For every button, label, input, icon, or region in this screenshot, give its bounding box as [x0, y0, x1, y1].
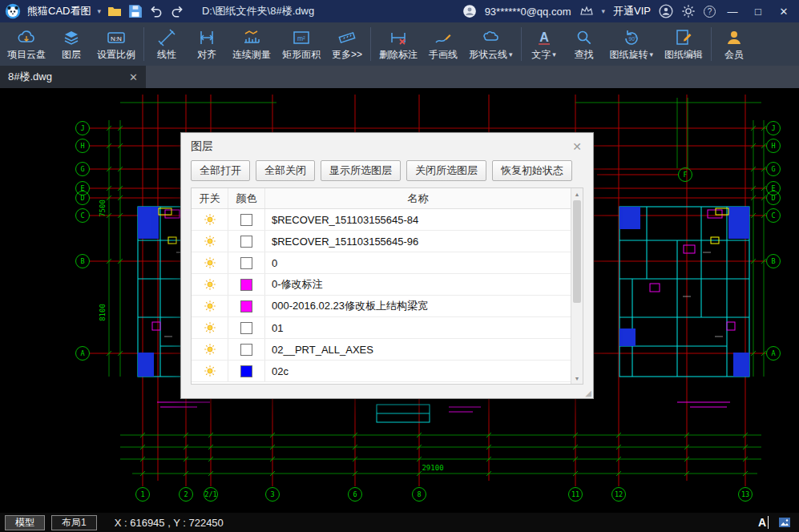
- dialog-close-icon[interactable]: ✕: [571, 140, 583, 153]
- hide-selected-layers-button[interactable]: 关闭所选图层: [406, 160, 486, 181]
- layer-visibility-toggle[interactable]: [192, 231, 228, 252]
- toolbar-button-rotate[interactable]: 90°图纸旋转▾: [604, 23, 660, 65]
- toolbar-button-find[interactable]: 查找: [564, 23, 604, 65]
- show-selected-layers-button[interactable]: 显示所选图层: [321, 160, 401, 181]
- axis-label: A: [771, 349, 775, 357]
- layer-visibility-toggle[interactable]: [192, 339, 228, 360]
- rect-area-icon: m²: [292, 28, 311, 47]
- open-all-layers-button[interactable]: 全部打开: [191, 160, 250, 181]
- layer-visibility-toggle[interactable]: [192, 361, 228, 381]
- layer-color-swatch[interactable]: [228, 317, 265, 338]
- toolbar-button-layers[interactable]: 图层: [51, 23, 91, 65]
- font-tool-icon[interactable]: A: [758, 516, 769, 529]
- layer-color-swatch[interactable]: [228, 274, 265, 295]
- axis-label: H: [771, 142, 775, 150]
- restore-initial-state-button[interactable]: 恢复初始状态: [492, 160, 572, 181]
- layer-visibility-toggle[interactable]: [192, 296, 228, 316]
- toolbar-button-delete-annotation[interactable]: 删除标注: [373, 23, 423, 65]
- model-space-tab[interactable]: 模型: [5, 515, 45, 530]
- layer-color-swatch[interactable]: [228, 209, 265, 230]
- vip-crown-icon[interactable]: [579, 5, 594, 18]
- toolbar-button-label: 会员: [724, 49, 744, 60]
- scrollbar-thumb[interactable]: [573, 200, 581, 303]
- close-button[interactable]: ✕: [775, 6, 793, 18]
- account-email[interactable]: 93******0@qq.com: [485, 6, 571, 18]
- toolbar-button-label: 手画线: [429, 49, 458, 60]
- dialog-resize-grip[interactable]: ◢: [585, 389, 591, 397]
- user-avatar-icon[interactable]: [659, 5, 673, 18]
- settings-gear-icon[interactable]: [681, 5, 696, 18]
- minimize-button[interactable]: —: [724, 6, 741, 18]
- file-path: D:\图纸文件夹\8#楼.dwg: [202, 4, 314, 18]
- toolbar-button-label: 图纸旋转: [610, 49, 648, 60]
- cad-canvas[interactable]: 29100 7500 8100 JHGEDCBAJHGEDCBA122/1368…: [0, 88, 799, 513]
- layer-row[interactable]: 02c: [192, 361, 571, 382]
- toolbar-button-label: 项目云盘: [7, 49, 46, 60]
- svg-text:A: A: [539, 30, 549, 44]
- layer-color-swatch[interactable]: [228, 231, 265, 252]
- toolbar-button-label: 更多>>: [332, 49, 362, 60]
- toolbar-button-more[interactable]: 更多>>: [326, 23, 368, 65]
- axis-label: 1: [140, 490, 144, 498]
- open-file-icon[interactable]: [107, 5, 122, 18]
- toolbar-button-edit[interactable]: 图纸编辑: [659, 23, 708, 65]
- toolbar-button-linear-dim[interactable]: 线性: [147, 23, 187, 65]
- member-icon: [724, 28, 744, 47]
- layer-row[interactable]: 0-修改标注: [192, 274, 571, 296]
- toolbar-button-member[interactable]: 会员: [714, 23, 754, 65]
- layer-table-scrollbar[interactable]: ▲ ▼: [571, 188, 583, 384]
- layer-color-swatch[interactable]: [228, 296, 265, 316]
- help-icon[interactable]: ?: [704, 6, 716, 18]
- redo-icon[interactable]: [170, 5, 184, 18]
- toolbar-button-align-dim[interactable]: 对齐: [187, 23, 227, 65]
- layer-color-swatch[interactable]: [228, 361, 265, 381]
- layer-visibility-toggle[interactable]: [192, 209, 228, 230]
- layer-dialog-header[interactable]: 图层 ✕: [181, 133, 593, 160]
- toolbar-separator: [521, 27, 522, 61]
- maximize-button[interactable]: □: [749, 6, 767, 18]
- toolbar-button-label: 图层: [62, 49, 81, 60]
- layer-color-swatch[interactable]: [228, 339, 265, 360]
- layer-row[interactable]: $RECOVER_151103155645-96: [192, 231, 571, 252]
- layer-table-header: 开关 颜色 名称: [192, 188, 571, 209]
- scroll-down-icon[interactable]: ▼: [571, 373, 583, 384]
- layer-name: 01: [265, 322, 571, 334]
- scroll-up-icon[interactable]: ▲: [571, 188, 583, 200]
- close-all-layers-button[interactable]: 全部关闭: [256, 160, 315, 181]
- chevron-down-icon[interactable]: ▾: [97, 7, 101, 15]
- axis-label: B: [771, 257, 775, 265]
- dialog-title: 图层: [191, 139, 213, 154]
- chevron-down-icon: ▾: [509, 49, 513, 60]
- layer-row[interactable]: 01: [192, 317, 571, 339]
- layer-row[interactable]: 0: [192, 252, 571, 274]
- layer-row[interactable]: 02__PRT_ALL_AXES: [192, 339, 571, 361]
- toolbar-button-text[interactable]: A文字▾: [524, 23, 564, 65]
- toolbar-button-cloud-shape[interactable]: 形状云线▾: [463, 23, 519, 65]
- document-tab[interactable]: 8#楼.dwg ✕: [0, 66, 146, 88]
- left-dimension-label: 7500: [99, 200, 107, 217]
- qq-account-icon[interactable]: [462, 5, 477, 18]
- color-chip: [240, 236, 252, 248]
- layer-visibility-toggle[interactable]: [192, 317, 228, 338]
- layer-visibility-toggle[interactable]: [192, 274, 228, 295]
- toolbar-button-cloud-disk[interactable]: 项目云盘: [2, 23, 51, 65]
- layer-visibility-toggle[interactable]: [192, 252, 228, 273]
- toolbar-button-label: 矩形面积: [282, 49, 321, 60]
- open-vip-button[interactable]: 开通VIP: [613, 4, 651, 18]
- layer-color-swatch[interactable]: [228, 252, 265, 273]
- toolbar-button-freehand[interactable]: 手画线: [423, 23, 463, 65]
- undo-icon[interactable]: [149, 5, 163, 18]
- toolbar-button-continuous-measure[interactable]: 连续测量: [227, 23, 276, 65]
- tab-close-icon[interactable]: ✕: [129, 71, 138, 83]
- axis-label: B: [80, 257, 84, 265]
- toolbar-button-scale[interactable]: N:N设置比例: [91, 23, 141, 65]
- linear-dim-icon: [157, 28, 176, 47]
- layer-row[interactable]: 000-2016.02.23修改板上结构梁宽: [192, 296, 571, 317]
- image-tool-icon[interactable]: [778, 516, 791, 529]
- layer-row[interactable]: $RECOVER_151103155645-84: [192, 209, 571, 231]
- chevron-down-icon[interactable]: ▾: [602, 7, 606, 15]
- layout1-tab[interactable]: 布局1: [51, 515, 97, 530]
- axis-label: 2: [184, 490, 188, 498]
- toolbar-button-rect-area[interactable]: m²矩形面积: [276, 23, 326, 65]
- save-icon[interactable]: [128, 5, 143, 18]
